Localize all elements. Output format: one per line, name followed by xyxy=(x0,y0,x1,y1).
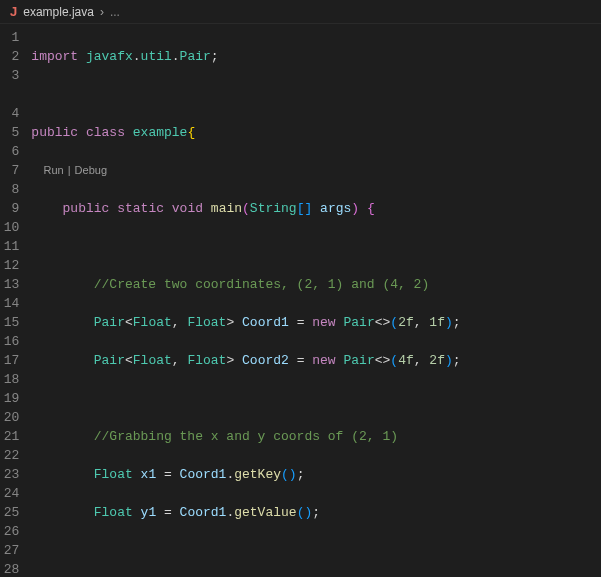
line-number-gutter: 1234567891011121314151617181920212223242… xyxy=(0,24,31,577)
codelens-sep: | xyxy=(68,164,71,176)
breadcrumb-more[interactable]: ... xyxy=(110,5,120,19)
code-area[interactable]: import javafx.util.Pair; public class ex… xyxy=(31,24,601,577)
breadcrumb-file[interactable]: example.java xyxy=(23,5,94,19)
chevron-right-icon: › xyxy=(100,5,104,19)
codelens-run[interactable]: Run xyxy=(44,164,64,176)
breadcrumb[interactable]: J example.java › ... xyxy=(0,0,601,24)
file-icon: J xyxy=(10,4,17,19)
codelens-debug[interactable]: Debug xyxy=(75,164,107,176)
editor[interactable]: 1234567891011121314151617181920212223242… xyxy=(0,24,601,577)
